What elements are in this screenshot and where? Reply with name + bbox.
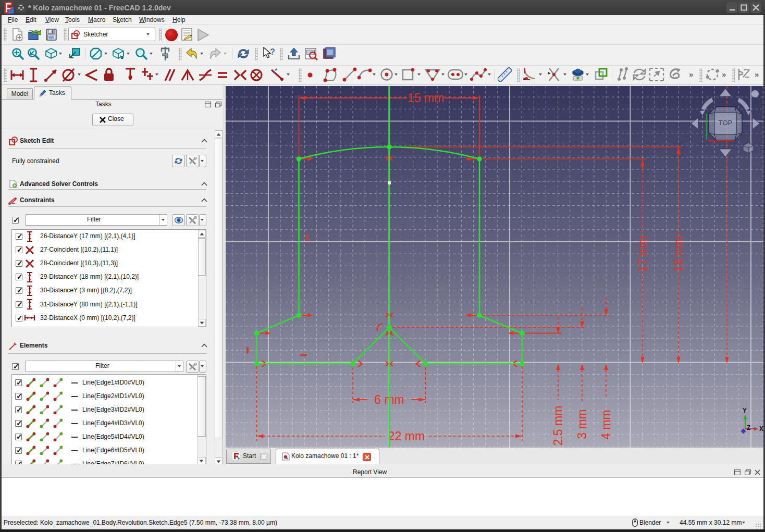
svg-text:4 mm: 4 mm <box>599 410 613 440</box>
svg-text:2.5 mm: 2.5 mm <box>551 406 565 446</box>
svg-text:TOP: TOP <box>719 119 733 127</box>
svg-text:Y: Y <box>743 407 747 414</box>
svg-text:15 mm: 15 mm <box>408 91 444 105</box>
svg-text:?: ? <box>270 47 275 56</box>
svg-text:17 mm: 17 mm <box>636 236 649 272</box>
svg-text:22 mm: 22 mm <box>388 429 425 443</box>
svg-text:X: X <box>759 425 763 432</box>
svg-text:Z: Z <box>747 424 750 431</box>
svg-text:18 mm: 18 mm <box>672 236 685 272</box>
svg-text:3 mm: 3 mm <box>575 409 589 439</box>
